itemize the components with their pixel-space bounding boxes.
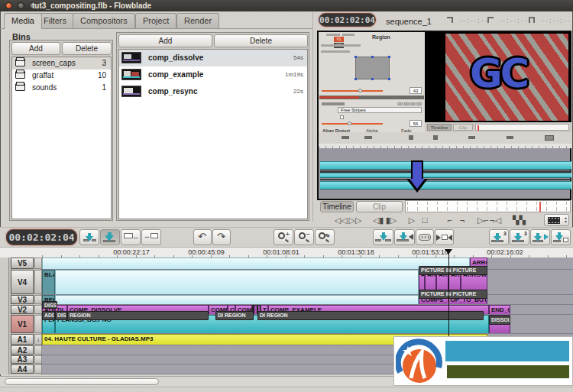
track-head-v1[interactable]: V1 xyxy=(11,315,34,333)
overwrite-mode-button[interactable] xyxy=(100,229,120,245)
compositor-bar[interactable]: DIS xyxy=(55,311,67,320)
to-start-button[interactable]: ◁◁ xyxy=(334,215,348,226)
to-mark-out-button[interactable]: ¬◁ xyxy=(490,215,501,226)
append-3p-button[interactable]: 3 xyxy=(489,229,509,245)
mark-length-icon xyxy=(529,17,535,23)
overwrite-range-button[interactable] xyxy=(551,229,571,245)
media-row-comp-dissolve[interactable]: comp_dissolve 54s xyxy=(119,50,307,66)
bin-row-screen-caps[interactable]: screen_caps 3 xyxy=(12,57,111,70)
track-head-a4[interactable]: A4 xyxy=(11,364,34,374)
tab-project[interactable]: Project xyxy=(135,13,176,28)
track-head-v5[interactable]: V5 xyxy=(11,258,34,269)
media-add-button[interactable]: Add xyxy=(118,34,212,47)
media-row-comp-example[interactable]: comp_example 1m19s xyxy=(119,66,307,83)
track-head-v2[interactable]: V2 xyxy=(11,305,34,314)
box-mode-button[interactable]: ↔ xyxy=(121,229,141,245)
mark-in-button[interactable]: ⌐ xyxy=(446,215,454,226)
timeline-gutter xyxy=(0,258,9,374)
bin-row-graffat[interactable]: graffat 10 xyxy=(12,70,111,82)
bins-delete-button[interactable]: Delete xyxy=(62,42,112,55)
tab-compositors[interactable]: Compositors xyxy=(73,13,135,28)
watermark-bar-teal xyxy=(445,341,569,361)
preview-inner-clip-btn: Clip xyxy=(453,124,473,131)
to-end-button[interactable]: ▷▷ xyxy=(348,215,362,226)
timeline-clip[interactable]: BLA xyxy=(42,270,55,295)
zoom-fit-button[interactable]: ↹ xyxy=(315,229,335,245)
track-head-a2[interactable]: A2 xyxy=(11,345,34,355)
preview-logo-text: GC xyxy=(470,50,527,96)
stop-button[interactable]: □ xyxy=(420,215,429,226)
prev-frame-button[interactable]: ◁▮ xyxy=(372,215,384,226)
media-delete-button[interactable]: Delete xyxy=(214,34,308,47)
zoom-out-button[interactable]: − xyxy=(294,229,314,245)
undo-button[interactable]: ↶ xyxy=(193,229,212,245)
redo-button[interactable]: ↷ xyxy=(212,229,231,245)
media-row-comp-resync[interactable]: comp_resync 22s xyxy=(119,83,307,100)
to-mark-in-button[interactable]: ▷⌐ xyxy=(478,215,489,226)
next-frame-button[interactable]: ▮▷ xyxy=(385,215,397,226)
mark-out-button[interactable]: ¬ xyxy=(458,215,466,226)
mark-in-icon xyxy=(447,17,453,23)
window-minimize-icon[interactable] xyxy=(18,2,24,9)
bins-list: screen_caps 3 graffat 10 sounds 1 xyxy=(11,57,112,219)
track-head-a3[interactable]: A3 xyxy=(11,355,34,364)
compositor-bar[interactable]: PICTURE IN PICTURE xyxy=(419,266,487,275)
monitor-scrub-bar[interactable] xyxy=(405,200,571,212)
mark-out-icon xyxy=(487,17,494,23)
track-head-v3[interactable]: V3 xyxy=(11,295,34,304)
track-cell-a1[interactable]: ↓ xyxy=(34,334,42,345)
play-button[interactable]: ▷ xyxy=(407,215,416,226)
track-cell-v1[interactable] xyxy=(34,315,42,333)
compositor-bar[interactable]: PICTURE IN PICTURE xyxy=(419,290,487,299)
timeline-ruler[interactable]: 00:00:22:1700:00:45:0900:01:08:0100:01:3… xyxy=(0,247,573,258)
track-cell-v3[interactable] xyxy=(34,295,42,304)
preview-slider-knob xyxy=(358,89,362,92)
scrub-position-marker xyxy=(539,202,541,212)
media-name: comp_example xyxy=(148,70,203,79)
timeline-clip[interactable] xyxy=(42,258,470,270)
track-separator xyxy=(9,294,573,295)
flowblade-window: tut3_compositing.flb - Flowblade Media F… xyxy=(0,0,573,392)
zoom-in-button[interactable]: + xyxy=(274,229,293,245)
box-ripple-mode-button[interactable]: ↔ xyxy=(141,229,161,245)
preview-region-title: Region xyxy=(372,34,390,40)
bins-add-button[interactable]: Add xyxy=(11,42,60,55)
tab-media[interactable]: Media xyxy=(4,13,42,29)
panel-monitor-divider xyxy=(312,12,313,222)
preview-monitor-row: Timeline Clip xyxy=(425,122,571,132)
lift-button[interactable] xyxy=(394,229,415,245)
window-close-icon[interactable] xyxy=(5,2,12,9)
overwrite-3p-button[interactable] xyxy=(530,229,550,245)
compositor-bar[interactable]: REGION xyxy=(67,311,209,320)
track-cell-a2[interactable] xyxy=(34,345,42,355)
track-head-v4[interactable]: V4 xyxy=(11,270,34,294)
compositor-bar[interactable]: DISSOLV xyxy=(489,316,510,325)
watermark-bar-green xyxy=(447,365,569,378)
ripple-delete-button[interactable] xyxy=(416,229,434,245)
range-button[interactable] xyxy=(435,229,454,245)
compositor-bar[interactable]: ADD xyxy=(42,311,55,320)
splice-out-button[interactable] xyxy=(373,229,393,245)
tab-render[interactable]: Render xyxy=(176,13,219,28)
compositor-bar[interactable]: DISS xyxy=(42,301,57,309)
compositor-bar[interactable]: DI REGION xyxy=(257,311,484,320)
insert-mode-button[interactable] xyxy=(79,229,99,245)
track-cell-a4[interactable] xyxy=(34,364,42,374)
track-cell-v4[interactable] xyxy=(34,270,42,294)
compositor-bar[interactable]: DI REGION xyxy=(215,311,254,320)
monitor-timeline-button[interactable]: Timeline xyxy=(320,201,354,212)
track-cell-a3[interactable] xyxy=(34,355,42,364)
edit-toolbar: 00:02:02:04 ↔↔↶↷+−↹33 xyxy=(0,227,573,247)
monitor-display: V1 V1 Region 43 00:00:00:00 Free Stripes… xyxy=(317,31,571,200)
timeline-clip[interactable] xyxy=(55,270,419,295)
hscroll-thumb[interactable] xyxy=(5,378,159,385)
insert-3p-button[interactable]: 3 xyxy=(510,229,529,245)
track-cell-v2[interactable] xyxy=(34,305,42,314)
track-cell-v5[interactable] xyxy=(34,258,42,269)
track-head-a1[interactable]: A1 xyxy=(11,334,34,345)
bin-row-sounds[interactable]: sounds 1 xyxy=(12,82,111,94)
clear-marks-button[interactable]: ▚▚ xyxy=(513,215,525,226)
monitor-clip-button[interactable]: Clip xyxy=(356,201,403,212)
media-thumbnail xyxy=(121,52,141,63)
monitor-source-selector[interactable]: ▴▾ xyxy=(544,214,569,226)
